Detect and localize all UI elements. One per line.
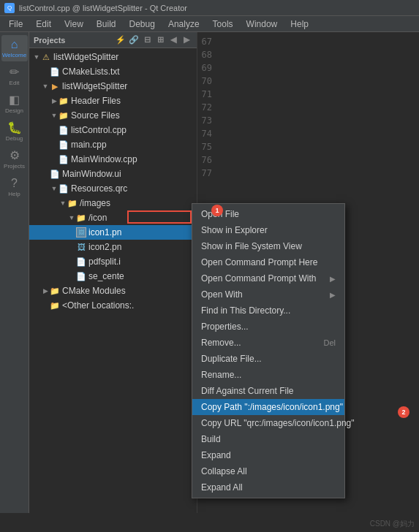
split-v-button[interactable]: ⊞	[154, 34, 166, 46]
ctx-copy-url[interactable]: Copy URL "qrc:/images/icon/icon1.png"	[192, 415, 344, 431]
list-item[interactable]: 📄 MainWindow.cpp	[29, 152, 197, 167]
welcome-label: Welcome	[2, 52, 26, 58]
ctx-copy-path[interactable]: Copy Path ":/images/icon/icon1.png"	[192, 399, 344, 415]
ctx-expand[interactable]: Expand	[192, 447, 344, 463]
menu-help[interactable]: Help	[284, 18, 314, 31]
activity-bar: ⌂ Welcome ✏ Edit ◧ Design 🐛 Debug ⚙ Proj…	[0, 32, 29, 513]
file-icon: 📄	[76, 256, 86, 267]
welcome-icon: ⌂	[11, 39, 18, 50]
list-item[interactable]: ▼ 📄 Resources.qrc	[29, 181, 197, 196]
nav-back-button[interactable]: ◀	[167, 34, 179, 46]
nav-forward-button[interactable]: ▶	[181, 34, 192, 46]
folder-icon: 📁	[50, 300, 60, 311]
ctx-show-filesystem[interactable]: Show in File System View	[192, 238, 344, 254]
activity-help[interactable]: ? Help	[1, 174, 28, 200]
ctx-properties[interactable]: Properties...	[192, 319, 344, 335]
list-item[interactable]: ▶ 📁 CMake Modules	[29, 284, 197, 298]
ctx-build[interactable]: Build	[192, 431, 344, 447]
list-item[interactable]: ▼ 📁 /images	[29, 196, 197, 210]
file-icon: 📄	[76, 271, 86, 281]
debug-label: Debug	[6, 135, 23, 142]
activity-projects[interactable]: ⚙ Projects	[1, 146, 28, 172]
ctx-open-cmd-here[interactable]: Open Command Prompt Here	[192, 254, 344, 270]
line-num: 74	[200, 127, 212, 140]
project-panel: Projects ⚡ 🔗 ⊟ ⊞ ◀ ▶ ▼ ⚠ listWidgetSplit…	[29, 32, 197, 513]
item-label: Source Files	[71, 110, 120, 121]
ctx-expand-all[interactable]: Expand All	[192, 479, 344, 495]
ctx-diff[interactable]: Diff Against Current File	[192, 383, 344, 399]
list-item[interactable]: 📄 pdfsplit.i	[29, 254, 197, 269]
list-item[interactable]: 📁 <Other Locations:.	[29, 298, 197, 313]
ctx-label: Rename...	[201, 370, 241, 380]
ctx-show-explorer[interactable]: Show in Explorer	[192, 222, 344, 238]
root-icon: ⚠	[41, 52, 51, 62]
menu-window[interactable]: Window	[241, 18, 284, 31]
item-label: MainWindow.cpp	[71, 154, 137, 164]
file-icon: 📄	[58, 140, 69, 150]
line-num: 73	[200, 114, 212, 127]
folder-arrow: ▼	[50, 184, 58, 193]
activity-design[interactable]: ◧ Design	[1, 91, 28, 117]
ctx-label: Build	[201, 434, 221, 444]
badge-1: 1	[211, 205, 223, 216]
list-item[interactable]: ▼ 📁 Source Files	[29, 108, 197, 123]
list-item[interactable]: 📄 MainWindow.ui	[29, 167, 197, 181]
activity-welcome[interactable]: ⌂ Welcome	[1, 35, 28, 61]
menu-debug[interactable]: Debug	[124, 18, 161, 31]
root-arrow: ▼	[32, 53, 41, 61]
tree-root[interactable]: ▼ ⚠ listWidgetSplitter	[29, 50, 197, 64]
list-item[interactable]: 📄 listControl.cpp	[29, 123, 197, 137]
ctx-label: Show in File System View	[201, 241, 302, 251]
ctx-open-with[interactable]: Open With ▶	[192, 286, 344, 303]
ctx-label: Copy Path ":/images/icon/icon1.png"	[201, 402, 343, 412]
menu-file[interactable]: File	[3, 18, 29, 31]
filter-button[interactable]: ⚡	[115, 34, 127, 46]
ctx-label: Show in Explorer	[201, 225, 268, 235]
list-item[interactable]: ▶ 📁 Header Files	[29, 94, 197, 108]
ctx-rename[interactable]: Rename...	[192, 367, 344, 383]
list-item[interactable]: 📄 main.cpp	[29, 137, 197, 152]
menu-view[interactable]: View	[58, 18, 89, 31]
item-label: CMake Modules	[62, 286, 126, 296]
item-label: se_cente	[88, 271, 124, 281]
line-num: 71	[200, 88, 212, 101]
menu-tools[interactable]: Tools	[207, 18, 239, 31]
list-item[interactable]: ▼ 📁 /icon	[29, 210, 197, 225]
file-icon: 📄	[58, 183, 69, 194]
ctx-label: Open Command Prompt Here	[201, 257, 317, 267]
menu-edit[interactable]: Edit	[30, 18, 57, 31]
list-item[interactable]: 📄 se_cente	[29, 269, 197, 284]
folder-arrow: ▶	[41, 286, 50, 295]
activity-edit[interactable]: ✏ Edit	[1, 63, 28, 89]
item-label: CMakeLists.txt	[62, 66, 120, 77]
ctx-collapse-all[interactable]: Collapse All	[192, 463, 344, 479]
ctx-find-directory[interactable]: Find in This Directory...	[192, 303, 344, 319]
split-h-button[interactable]: ⊟	[141, 34, 153, 46]
ctx-label: Open Command Prompt With	[201, 273, 316, 284]
project-tree: ▼ ⚠ listWidgetSplitter 📄 CMakeLists.txt …	[29, 48, 197, 513]
list-item[interactable]: ▼ ▶ listWidgetSplitter	[29, 79, 197, 94]
item-label: main.cpp	[71, 140, 107, 150]
ctx-remove[interactable]: Remove... Del	[192, 335, 344, 351]
file-icon: 📄	[50, 66, 60, 77]
projects-label: Projects	[4, 163, 25, 170]
activity-debug[interactable]: 🐛 Debug	[1, 118, 28, 145]
list-item[interactable]: 📄 CMakeLists.txt	[29, 64, 197, 79]
ctx-duplicate[interactable]: Duplicate File...	[192, 351, 344, 367]
item-label: listControl.cpp	[71, 125, 127, 135]
ctx-label: Collapse All	[201, 466, 247, 476]
panel-title: Projects	[34, 36, 65, 45]
item-label: icon1.pn	[88, 227, 121, 238]
menu-analyze[interactable]: Analyze	[162, 18, 205, 31]
list-item[interactable]: 🖼 icon1.pn	[29, 225, 197, 240]
edit-label: Edit	[10, 80, 20, 86]
context-menu: Open File Show in Explorer Show in File …	[192, 203, 345, 498]
list-item[interactable]: 🖼 icon2.pn	[29, 240, 197, 254]
folder-arrow: ▼	[58, 199, 67, 208]
link-button[interactable]: 🔗	[128, 34, 140, 46]
ctx-open-cmd-with[interactable]: Open Command Prompt With ▶	[192, 270, 344, 286]
line-num: 77	[200, 167, 212, 180]
menu-build[interactable]: Build	[91, 18, 122, 31]
item-label: Header Files	[71, 96, 121, 106]
window-title: listControl.cpp @ listWidgetSplitter - Q…	[19, 4, 187, 12]
